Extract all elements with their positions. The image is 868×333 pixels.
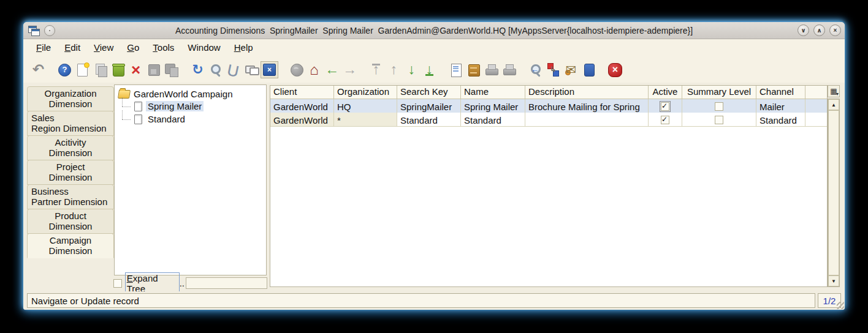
menu-tools[interactable]: Tools: [146, 40, 181, 54]
cell-channel[interactable]: Standard: [756, 113, 805, 126]
archive-icon[interactable]: [465, 62, 482, 78]
checkbox-active[interactable]: [661, 116, 669, 124]
product-info-icon[interactable]: [581, 62, 597, 78]
tab-organization-dimension[interactable]: OrganizationDimension: [27, 86, 114, 111]
column-header-description[interactable]: Description: [525, 86, 649, 99]
help-icon[interactable]: ?: [56, 62, 73, 78]
cell-name[interactable]: Spring Mailer: [461, 99, 525, 113]
save-icon[interactable]: [145, 62, 162, 78]
zoom-across-icon[interactable]: ←: [527, 62, 544, 78]
cell-organization[interactable]: *: [334, 113, 397, 126]
tab-acitivity-dimension[interactable]: AcitivityDimension: [27, 135, 114, 160]
first-record-icon[interactable]: ↑: [368, 62, 384, 78]
next-record-icon[interactable]: ↓: [403, 62, 420, 78]
menu-view[interactable]: View: [87, 40, 120, 54]
menu-file[interactable]: File: [29, 40, 58, 54]
column-header-channel[interactable]: Channel: [756, 86, 805, 99]
requery-icon[interactable]: ↻: [189, 62, 206, 78]
copy-record-icon[interactable]: [92, 62, 108, 78]
cell-client[interactable]: GardenWorld: [270, 113, 334, 126]
tab-business-partner-dimension[interactable]: BusinessPartner Dimension: [27, 184, 114, 209]
cell-description[interactable]: [525, 113, 649, 126]
title-bar[interactable]: Accounting Dimensions SpringMailer Sprin…: [23, 22, 845, 39]
cell-summary-level[interactable]: [682, 99, 756, 113]
column-header-search-key[interactable]: Search Key: [397, 86, 461, 99]
table-row[interactable]: GardenWorldHQSpringMailerSpring MailerBr…: [270, 99, 827, 113]
home-icon[interactable]: ⌂: [306, 62, 322, 78]
window-title: Accounting Dimensions SpringMailer Sprin…: [97, 26, 771, 36]
checkbox-summary-level[interactable]: [715, 102, 723, 111]
find-icon[interactable]: [207, 62, 224, 78]
cell-name[interactable]: Standard: [461, 113, 525, 126]
resize-grip[interactable]: [837, 302, 844, 309]
cell-search-key[interactable]: Standard: [397, 113, 461, 126]
checkbox-active[interactable]: [661, 102, 669, 111]
column-header-active[interactable]: Active: [649, 86, 682, 99]
print-icon[interactable]: [501, 62, 517, 78]
app-window: Accounting Dimensions SpringMailer Sprin…: [23, 22, 845, 310]
tree-search-input[interactable]: [186, 277, 267, 289]
lock-icon[interactable]: [288, 62, 305, 78]
delete-record-icon[interactable]: [110, 62, 126, 78]
minimize-button[interactable]: ∨: [798, 24, 809, 36]
tab-sales-region-dimension[interactable]: SalesRegion Dimension: [27, 111, 114, 136]
chat-icon[interactable]: [243, 62, 259, 78]
vertical-scrollbar[interactable]: ▲ ▼: [828, 99, 840, 287]
tree-item-spring-mailer[interactable]: Spring Mailer: [116, 100, 265, 113]
column-header-filler: [805, 86, 827, 99]
expand-tree-row: Expand Tree ..: [113, 277, 267, 290]
checkbox-summary-level[interactable]: [715, 116, 723, 124]
report-icon[interactable]: [447, 62, 464, 78]
pin-button[interactable]: [44, 25, 55, 36]
menu-edit[interactable]: Edit: [58, 40, 87, 54]
tree-panel[interactable]: GardenWorld Campaign Spring MailerStanda…: [114, 84, 267, 275]
expand-tree-checkbox[interactable]: [113, 279, 122, 288]
cell-active[interactable]: [649, 99, 682, 113]
maximize-button[interactable]: ∧: [813, 24, 825, 36]
tab-campaign-dimension[interactable]: CampaignDimension: [27, 233, 114, 258]
cell-channel[interactable]: Mailer: [756, 99, 805, 113]
cell-active[interactable]: [649, 113, 682, 126]
tree-item-standard[interactable]: Standard: [116, 113, 265, 125]
column-header-organization[interactable]: Organization: [334, 86, 397, 99]
undo-icon[interactable]: ↶: [30, 62, 47, 78]
column-header-name[interactable]: Name: [461, 86, 525, 99]
new-record-icon[interactable]: [74, 62, 91, 78]
menu-help[interactable]: Help: [227, 40, 260, 54]
cell-client[interactable]: GardenWorld: [270, 99, 334, 113]
window-menu-icon[interactable]: [28, 26, 40, 36]
tab-project-dimension[interactable]: ProjectDimension: [27, 160, 114, 185]
menu-bar: FileEditViewGoToolsWindowHelp: [23, 39, 845, 56]
multi-row-toggle-icon[interactable]: ×: [261, 61, 278, 78]
column-header-summary-level[interactable]: Summary Level: [682, 86, 756, 99]
cell-organization[interactable]: HQ: [334, 99, 397, 113]
cell-description[interactable]: Brochure Mailing for Spring: [525, 99, 649, 113]
table-row[interactable]: GardenWorld*StandardStandardStandard: [270, 113, 827, 127]
previous-record-icon[interactable]: ↑: [386, 62, 402, 78]
delete-selection-icon[interactable]: ×: [128, 62, 144, 78]
table-body: GardenWorldHQSpringMailerSpring MailerBr…: [270, 99, 827, 127]
last-record-icon[interactable]: ↓: [421, 62, 438, 78]
parent-tab-icon[interactable]: ←: [324, 62, 340, 78]
detail-tab-icon[interactable]: →: [341, 62, 358, 78]
close-button[interactable]: ×: [829, 24, 841, 36]
column-header-client[interactable]: Client: [270, 86, 334, 99]
attachment-icon[interactable]: ⋃: [224, 60, 243, 79]
scroll-down-button[interactable]: ▼: [828, 275, 839, 286]
end-window-icon[interactable]: ×: [607, 62, 623, 78]
requests-icon[interactable]: ✉: [563, 62, 579, 78]
tab-product-dimension[interactable]: ProductDimension: [27, 209, 114, 234]
tree-root[interactable]: GardenWorld Campaign: [116, 88, 265, 100]
scroll-up-button[interactable]: ▲: [828, 99, 839, 110]
scroll-thumb[interactable]: [828, 110, 839, 275]
menu-go[interactable]: Go: [120, 40, 146, 54]
records-table[interactable]: ClientOrganizationSearch KeyNameDescript…: [270, 85, 828, 287]
menu-window[interactable]: Window: [181, 40, 227, 54]
tree-children: Spring MailerStandard: [116, 100, 265, 125]
cell-search-key[interactable]: SpringMailer: [397, 99, 461, 113]
print-preview-icon[interactable]: [483, 62, 500, 78]
cell-summary-level[interactable]: [682, 113, 756, 126]
save-create-icon[interactable]: [163, 62, 180, 78]
workflow-icon[interactable]: ↳: [545, 62, 562, 78]
customize-columns-button[interactable]: ▦ ▾: [828, 85, 840, 97]
